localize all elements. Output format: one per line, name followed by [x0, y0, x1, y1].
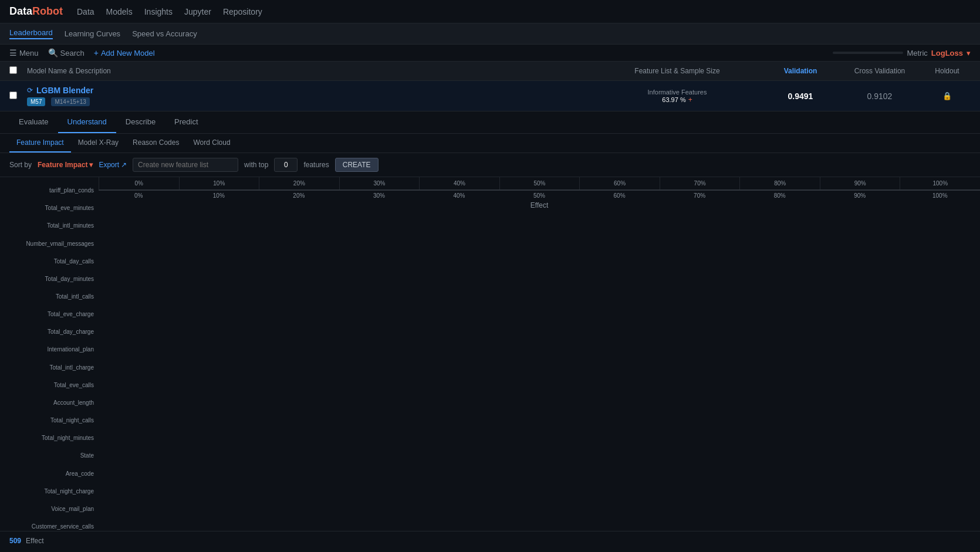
- features-info-col: Informative Features 63.97 % +: [589, 89, 765, 104]
- x-tick-top: 0%: [99, 177, 179, 189]
- nav-repository[interactable]: Repository: [223, 7, 262, 16]
- metric-section: Metric LogLoss ▾: [833, 49, 971, 57]
- sub-tab-reason-codes[interactable]: Reason Codes: [126, 134, 186, 153]
- logo-data-text: Data: [9, 5, 32, 18]
- sort-label: Sort by: [9, 161, 32, 169]
- model-checkbox[interactable]: [9, 92, 17, 99]
- feature-list-input[interactable]: [133, 158, 238, 172]
- nav-jupyter[interactable]: Jupyter: [184, 7, 211, 16]
- top-navigation: DataRobot Data Models Insights Jupyter R…: [0, 0, 980, 23]
- x-tick-bottom: 20%: [259, 191, 339, 201]
- model-meta: M57 M14+15+13: [27, 97, 589, 106]
- y-axis-label: Account_length: [5, 394, 99, 411]
- x-tick-bottom: 70%: [660, 191, 740, 201]
- features-label: features: [303, 161, 329, 169]
- x-tick-top: 10%: [179, 177, 259, 189]
- x-axis-label: Effect: [99, 201, 980, 209]
- model-row: ⟳ LGBM Blender M57 M14+15+13 Informative…: [0, 81, 980, 111]
- chart-plot-area: 0%10%20%30%40%50%60%70%80%90%100% 0%10%2…: [99, 177, 980, 531]
- logo[interactable]: DataRobot: [9, 5, 63, 18]
- feature-list-col-header: Feature List & Sample Size: [589, 67, 765, 75]
- search-icon: 🔍: [48, 48, 58, 57]
- blender-icon: ⟳: [27, 86, 33, 94]
- search-button[interactable]: 🔍 Search: [48, 48, 85, 57]
- y-axis-label: Voice_mail_plan: [5, 500, 99, 517]
- model-name-col-header: Model Name & Description: [27, 67, 589, 75]
- x-axis-bottom: 0%10%20%30%40%50%60%70%80%90%100% Effect: [99, 190, 980, 211]
- nav-insights[interactable]: Insights: [144, 7, 173, 16]
- y-axis-label: Customer_service_calls: [5, 517, 99, 531]
- x-axis-top: 0%10%20%30%40%50%60%70%80%90%100%: [99, 177, 980, 190]
- y-axis-label: Total_day_charge: [5, 323, 99, 341]
- y-axis-label: Total_day_calls: [5, 252, 99, 270]
- x-tick-top: 30%: [339, 177, 420, 189]
- x-tick-bottom: 40%: [419, 191, 499, 201]
- informative-features-label: Informative Features: [589, 89, 765, 96]
- sub-tabs: Feature Impact Model X-Ray Reason Codes …: [0, 134, 980, 153]
- sort-value-text: Feature Impact: [38, 161, 87, 169]
- metric-value[interactable]: LogLoss: [931, 49, 963, 57]
- y-axis: tariff_plan_condsTotal_eve_minutesTotal_…: [0, 177, 99, 531]
- plus-icon: +: [94, 48, 99, 57]
- export-icon: ↗: [121, 161, 127, 169]
- tab-understand[interactable]: Understand: [58, 111, 116, 133]
- metric-bar: [833, 52, 903, 54]
- x-tick-top: 90%: [820, 177, 900, 189]
- bottom-bar: 509 Effect: [0, 531, 980, 550]
- x-tick-top: 40%: [419, 177, 499, 189]
- create-button[interactable]: CREATE: [335, 158, 379, 172]
- nav-learning-curves[interactable]: Learning Curves: [65, 29, 120, 38]
- tab-predict[interactable]: Predict: [165, 111, 207, 133]
- y-axis-label: Area_code: [5, 465, 99, 482]
- main-toolbar: ☰ Menu 🔍 Search + Add New Model Metric L…: [0, 45, 980, 62]
- export-button[interactable]: Export ↗: [99, 161, 127, 169]
- sub-tab-model-xray[interactable]: Model X-Ray: [71, 134, 126, 153]
- nav-models[interactable]: Models: [106, 7, 133, 16]
- x-tick-bottom: 80%: [739, 191, 820, 201]
- feature-impact-toolbar: Sort by Feature Impact ▾ Export ↗ with t…: [0, 153, 980, 177]
- header-checkbox[interactable]: [9, 66, 27, 76]
- nav-speed-accuracy[interactable]: Speed vs Accuracy: [132, 29, 197, 38]
- tab-evaluate[interactable]: Evaluate: [9, 111, 58, 133]
- menu-button[interactable]: ☰ Menu: [9, 48, 39, 57]
- x-tick-top: 80%: [739, 177, 820, 189]
- nav-data[interactable]: Data: [77, 7, 94, 16]
- y-axis-label: International_plan: [5, 341, 99, 358]
- sub-tab-word-cloud[interactable]: Word Cloud: [186, 134, 237, 153]
- x-tick-bottom: 100%: [900, 191, 980, 201]
- add-model-label: Add New Model: [101, 49, 155, 57]
- y-axis-label: Total_night_charge: [5, 482, 99, 500]
- with-top-label: with top: [244, 161, 268, 169]
- model-badge-models: M14+15+13: [51, 97, 89, 106]
- sub-tab-feature-impact[interactable]: Feature Impact: [9, 134, 71, 153]
- menu-label: Menu: [19, 49, 39, 57]
- metric-dropdown-icon[interactable]: ▾: [967, 49, 971, 57]
- sort-chevron-icon: ▾: [89, 161, 93, 169]
- x-tick-bottom: 10%: [179, 191, 259, 201]
- top-num-input[interactable]: [274, 158, 298, 172]
- holdout-col-header[interactable]: Holdout: [924, 67, 971, 75]
- tab-describe[interactable]: Describe: [116, 111, 165, 133]
- validation-col-header[interactable]: Validation: [765, 67, 836, 75]
- export-label: Export: [99, 161, 119, 169]
- x-tick-top: 50%: [499, 177, 580, 189]
- x-tick-bottom: 50%: [499, 191, 580, 201]
- validation-score: 0.9491: [765, 92, 836, 101]
- holdout-lock-icon[interactable]: 🔒: [924, 92, 971, 100]
- cross-val-col-header[interactable]: Cross Validation: [836, 67, 924, 75]
- add-model-button[interactable]: + Add New Model: [94, 48, 155, 57]
- nav-leaderboard[interactable]: Leaderboard: [9, 28, 53, 39]
- cross-val-score: 0.9102: [836, 92, 924, 101]
- bottom-count: 509: [9, 537, 21, 545]
- sort-value-button[interactable]: Feature Impact ▾: [38, 161, 93, 169]
- model-info-col: ⟳ LGBM Blender M57 M14+15+13: [27, 86, 589, 106]
- model-name-text: LGBM Blender: [36, 86, 93, 95]
- menu-icon: ☰: [9, 48, 17, 57]
- model-table-header: Model Name & Description Feature List & …: [0, 62, 980, 81]
- features-plus-icon[interactable]: +: [688, 96, 692, 104]
- y-axis-label: Total_intl_calls: [5, 287, 99, 305]
- y-axis-label: Total_day_minutes: [5, 270, 99, 287]
- select-all-checkbox[interactable]: [9, 66, 17, 74]
- pct-value: 63.97 %: [662, 96, 685, 103]
- bottom-label: Effect: [26, 537, 43, 545]
